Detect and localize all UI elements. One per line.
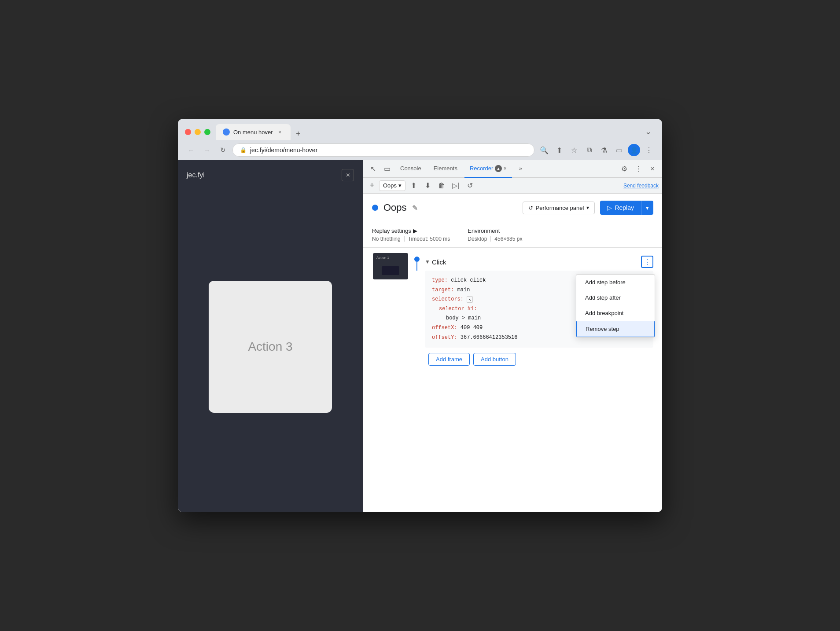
devtools-close-icon[interactable]: ×	[646, 163, 659, 175]
environment-column: Environment Desktop 456×685 px	[468, 227, 522, 242]
main-content: jec.fyi ☀ Action 3 ↖ ▭ Console Elements	[178, 160, 662, 512]
replay-settings-label[interactable]: Replay settings ▶	[372, 227, 450, 234]
devtools-more-icon[interactable]: ⋮	[632, 163, 645, 175]
more-devtools-tabs[interactable]: »	[514, 160, 527, 178]
step-timeline	[413, 253, 421, 271]
action-card[interactable]: Action 3	[209, 281, 332, 413]
recorder-toolbar: + Oops ▾ ⬆ ⬇ 🗑 ▷| ↺ Send feedback	[363, 178, 662, 194]
throttling-text: No throttling	[372, 236, 401, 242]
recording-selector-arrow: ▾	[398, 182, 402, 189]
context-menu-remove-step[interactable]: Remove step	[576, 321, 655, 337]
context-menu-add-breakpoint[interactable]: Add breakpoint	[576, 305, 655, 321]
bookmark-icon[interactable]: ☆	[568, 144, 580, 156]
device-mode-icon[interactable]: ▭	[381, 163, 393, 175]
environment-value: Desktop 456×685 px	[468, 236, 522, 242]
send-feedback-link[interactable]: Send feedback	[623, 183, 659, 189]
theme-toggle-icon[interactable]: ☀	[342, 169, 354, 181]
tab-console[interactable]: Console	[395, 160, 427, 178]
selector-cursor-btn[interactable]: ↖	[467, 296, 473, 303]
settings-divider-2	[490, 236, 491, 242]
devtools-settings-icon[interactable]: ⚙	[618, 163, 630, 175]
lock-icon: 🔒	[240, 147, 247, 153]
add-recording-button[interactable]: +	[367, 180, 377, 191]
profile-icon[interactable]: 👤	[628, 144, 640, 156]
preview-black-bar	[382, 266, 399, 275]
context-menu-add-step-after[interactable]: Add step after	[576, 290, 655, 305]
cursor-tool-icon[interactable]: ↖	[367, 163, 379, 175]
more-options-icon[interactable]: ⋮	[643, 144, 655, 156]
extensions-icon[interactable]: ⧉	[583, 144, 595, 156]
replay-settings-arrow-icon: ▶	[413, 227, 417, 234]
back-button[interactable]: ←	[185, 144, 197, 156]
perf-icon: ↺	[528, 205, 533, 211]
add-frame-button[interactable]: Add frame	[428, 353, 470, 366]
performance-panel-button[interactable]: ↺ Performance panel ▾	[523, 202, 595, 214]
tab-recorder[interactable]: Recorder ▲ ×	[464, 160, 512, 178]
more-tabs-button[interactable]: ⌄	[641, 125, 655, 138]
context-menu: Add step before Add step after Add break…	[576, 274, 655, 338]
offsetY-key: offsetY:	[432, 334, 457, 341]
title-bar: On menu hover × + ⌄	[178, 119, 662, 140]
offsetX-val: 409	[461, 325, 470, 331]
replay-play-icon: ▷	[607, 204, 612, 211]
type-val: click	[451, 277, 467, 283]
replay-dropdown-button[interactable]: ▾	[641, 201, 653, 215]
delete-recording-btn[interactable]: 🗑	[435, 180, 448, 192]
download-recording-btn[interactable]: ⬇	[421, 180, 434, 192]
replay-settings-value: No throttling Timeout: 5000 ms	[372, 236, 450, 242]
edit-recording-icon[interactable]: ✎	[412, 204, 418, 212]
browser-window: On menu hover × + ⌄ ← → ↻ 🔒 jec.fyi/demo…	[178, 119, 662, 512]
recorder-badge: ▲	[495, 165, 502, 172]
tab-elements[interactable]: Elements	[428, 160, 463, 178]
tab-favicon	[223, 128, 230, 136]
desktop-text: Desktop	[468, 236, 487, 242]
maximize-traffic-light[interactable]	[204, 129, 210, 135]
recorder-tab-close[interactable]: ×	[504, 165, 507, 172]
steps-area[interactable]: Action 1 ▼ Click	[363, 248, 662, 512]
step-play-btn[interactable]: ▷|	[449, 180, 462, 192]
upload-recording-btn[interactable]: ⬆	[407, 180, 420, 192]
refresh-button[interactable]: ↻	[217, 144, 229, 156]
environment-label: Environment	[468, 227, 522, 234]
replay-button[interactable]: ▷ Replay	[600, 201, 641, 215]
selectors-key: selectors:	[432, 296, 464, 302]
share-icon[interactable]: ⬆	[553, 144, 565, 156]
settings-divider	[404, 236, 405, 242]
type-val-text: click	[470, 277, 486, 283]
tab-close-button[interactable]: ×	[276, 128, 284, 136]
type-key: type:	[432, 277, 448, 283]
sidebar-toggle-icon[interactable]: ▭	[613, 144, 625, 156]
tab-end-space: ⌄	[305, 125, 655, 140]
tab-on-menu-hover[interactable]: On menu hover ×	[216, 124, 291, 140]
step-bottom-buttons: Add frame Add button	[425, 353, 653, 371]
forward-button[interactable]: →	[201, 144, 213, 156]
minimize-traffic-light[interactable]	[195, 129, 201, 135]
recording-status-dot	[372, 205, 378, 211]
timeout-text: Timeout: 5000 ms	[408, 236, 450, 242]
action-card-text: Action 3	[248, 340, 292, 354]
step-preview: Action 1	[368, 253, 413, 279]
target-val: main	[457, 287, 470, 293]
tabs-row: On menu hover × + ⌄	[216, 124, 655, 140]
step-expand-icon[interactable]: ▼	[425, 259, 430, 265]
traffic-lights	[185, 129, 210, 135]
search-icon[interactable]: 🔍	[538, 144, 550, 156]
address-bar[interactable]: 🔒 jec.fyi/demo/menu-hover	[232, 143, 534, 157]
site-header: jec.fyi ☀	[187, 169, 354, 181]
recording-name: Oops	[383, 202, 407, 213]
undo-btn[interactable]: ↺	[464, 180, 476, 192]
labs-icon[interactable]: ⚗	[598, 144, 610, 156]
address-text: jec.fyi/demo/menu-hover	[250, 147, 317, 154]
add-button-button[interactable]: Add button	[473, 353, 516, 366]
recording-selector-text: Oops	[383, 182, 397, 189]
address-bar-row: ← → ↻ 🔒 jec.fyi/demo/menu-hover 🔍 ⬆ ☆ ⧉ …	[178, 140, 662, 160]
website-panel: jec.fyi ☀ Action 3	[178, 160, 363, 512]
new-tab-button[interactable]: +	[292, 128, 305, 140]
context-menu-add-step-before[interactable]: Add step before	[576, 275, 655, 290]
recording-selector[interactable]: Oops ▾	[379, 180, 405, 191]
replay-chevron-icon: ▾	[646, 205, 649, 211]
step-menu-button[interactable]: ⋮	[641, 256, 653, 268]
close-traffic-light[interactable]	[185, 129, 191, 135]
step-header: ▼ Click ⋮	[425, 253, 653, 271]
target-key: target:	[432, 287, 454, 293]
